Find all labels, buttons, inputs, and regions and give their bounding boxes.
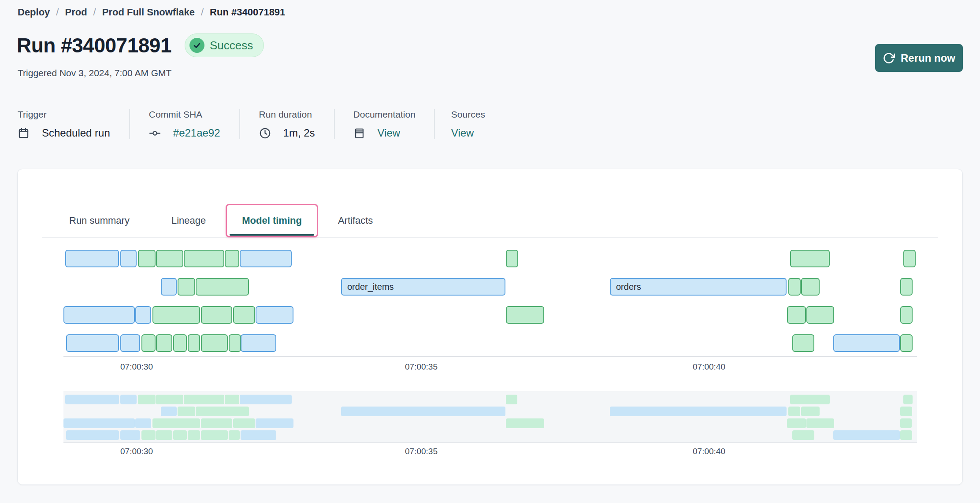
gantt-bar[interactable] bbox=[787, 306, 806, 324]
page-title: Run #340071891 bbox=[17, 33, 171, 57]
overview-bar bbox=[900, 418, 912, 428]
gantt-bar[interactable] bbox=[120, 250, 137, 267]
gantt-bar[interactable] bbox=[790, 250, 830, 267]
gantt-bar[interactable] bbox=[801, 278, 820, 296]
gantt-bar[interactable] bbox=[900, 278, 913, 296]
meta-sources-value-text[interactable]: View bbox=[451, 127, 474, 139]
gantt-bar[interactable] bbox=[506, 306, 544, 324]
refresh-icon bbox=[883, 52, 895, 64]
overview-axis-tick-07-00-40: 07:00:40 bbox=[693, 447, 725, 456]
tab-artifacts[interactable]: Artifacts bbox=[338, 204, 373, 237]
rerun-now-label: Rerun now bbox=[901, 52, 955, 64]
overview-bar bbox=[233, 418, 255, 428]
gantt-bar[interactable] bbox=[178, 278, 195, 296]
gantt-bar[interactable] bbox=[806, 306, 834, 324]
overview-bar bbox=[256, 418, 293, 428]
meta-value-sources: View bbox=[451, 127, 485, 139]
status-label: Success bbox=[210, 39, 253, 52]
meta-col-trigger: TriggerScheduled run bbox=[18, 109, 129, 139]
axis-tick-07-00-30: 07:00:30 bbox=[120, 362, 153, 372]
gantt-bar[interactable] bbox=[792, 334, 814, 352]
breadcrumb-item-deploy[interactable]: Deploy bbox=[18, 7, 50, 18]
gantt-bar-orders[interactable]: orders bbox=[610, 278, 787, 296]
gantt-bar[interactable] bbox=[201, 334, 228, 352]
overview-bar bbox=[120, 430, 140, 440]
overview-bar-order-items bbox=[341, 407, 505, 416]
breadcrumb-item-run-340071891: Run #340071891 bbox=[210, 7, 285, 18]
gantt-bar[interactable] bbox=[66, 334, 119, 352]
overview-bar bbox=[806, 418, 834, 428]
overview-bar bbox=[156, 395, 183, 404]
title-row: Run #340071891 Success bbox=[17, 33, 264, 57]
meta-value-commit-sha: #e21ae92 bbox=[149, 127, 220, 139]
overview-bar bbox=[184, 395, 224, 404]
overview-bar bbox=[156, 430, 172, 440]
gantt-bar[interactable] bbox=[120, 334, 140, 352]
gantt-bar[interactable] bbox=[156, 250, 183, 267]
breadcrumb-item-prod[interactable]: Prod bbox=[65, 7, 87, 18]
gantt-bar[interactable] bbox=[833, 334, 900, 352]
gantt-bar[interactable] bbox=[788, 278, 801, 296]
breadcrumb-separator: / bbox=[56, 7, 59, 18]
gantt-time-axis: 07:00:3007:00:3507:00:40 bbox=[63, 362, 917, 374]
status-badge: Success bbox=[185, 33, 264, 57]
gantt-bar[interactable] bbox=[156, 334, 172, 352]
overview-bar bbox=[229, 430, 240, 440]
clock-icon bbox=[259, 127, 277, 139]
gantt-bar[interactable] bbox=[900, 306, 913, 324]
gantt-bar[interactable] bbox=[135, 306, 151, 324]
overview-bar bbox=[225, 395, 239, 404]
run-detail-card: Run summaryLineageModel timingArtifacts … bbox=[17, 169, 963, 485]
gantt-bar[interactable] bbox=[225, 250, 239, 267]
overview-bar-orders bbox=[610, 407, 787, 416]
overview-bar bbox=[152, 418, 200, 428]
tab-run-summary[interactable]: Run summary bbox=[69, 204, 130, 237]
gantt-bar[interactable] bbox=[256, 306, 293, 324]
gantt-bar[interactable] bbox=[233, 306, 255, 324]
overview-bar bbox=[66, 430, 119, 440]
overview-bar bbox=[787, 418, 806, 428]
overview-axis-tick-07-00-35: 07:00:35 bbox=[405, 447, 438, 456]
run-meta-row: TriggerScheduled runCommit SHA#e21ae92Ru… bbox=[18, 109, 485, 139]
gantt-overview-brush[interactable] bbox=[63, 391, 917, 443]
gantt-bar[interactable] bbox=[240, 250, 292, 267]
gantt-bar[interactable] bbox=[506, 250, 518, 267]
gantt-bar[interactable] bbox=[63, 306, 135, 324]
gantt-bar[interactable] bbox=[161, 278, 177, 296]
gantt-bar[interactable] bbox=[229, 334, 241, 352]
overview-bar bbox=[120, 395, 137, 404]
rerun-now-button[interactable]: Rerun now bbox=[875, 44, 963, 72]
meta-commit-sha-value-text[interactable]: #e21ae92 bbox=[173, 127, 220, 139]
axis-tick-07-00-40: 07:00:40 bbox=[693, 362, 725, 372]
gantt-bar[interactable] bbox=[196, 278, 249, 296]
gantt-bar[interactable] bbox=[188, 334, 200, 352]
gantt-bar[interactable] bbox=[903, 250, 916, 267]
meta-col-run-duration: Run duration1m, 2s bbox=[239, 109, 334, 139]
gantt-bar[interactable] bbox=[900, 334, 913, 352]
overview-bar bbox=[65, 395, 119, 404]
gantt-bar-order-items[interactable]: order_items bbox=[341, 278, 505, 296]
overview-bar bbox=[900, 430, 912, 440]
overview-bar bbox=[196, 407, 249, 416]
gantt-bar[interactable] bbox=[241, 334, 276, 352]
tab-model-timing[interactable]: Model timing bbox=[242, 215, 302, 226]
overview-bar bbox=[833, 430, 900, 440]
tab-lineage[interactable]: Lineage bbox=[171, 204, 206, 237]
meta-value-documentation: View bbox=[353, 127, 416, 139]
run-detail-page: Deploy/Prod/Prod Full Snowflake/Run #340… bbox=[0, 0, 980, 503]
gantt-bar[interactable] bbox=[152, 306, 200, 324]
triggered-timestamp: Triggered Nov 3, 2024, 7:00 AM GMT bbox=[18, 68, 171, 78]
gantt-bar[interactable] bbox=[141, 334, 156, 352]
gantt-bar[interactable] bbox=[65, 250, 119, 267]
meta-documentation-value-text[interactable]: View bbox=[378, 127, 401, 139]
gantt-bar[interactable] bbox=[173, 334, 187, 352]
overview-axis-tick-07-00-30: 07:00:30 bbox=[120, 447, 153, 456]
gantt-bar[interactable] bbox=[138, 250, 156, 267]
gantt-bar[interactable] bbox=[201, 306, 232, 324]
overview-bar bbox=[506, 418, 544, 428]
meta-run-duration-value-text: 1m, 2s bbox=[283, 127, 315, 139]
overview-bar bbox=[141, 430, 156, 440]
breadcrumb-item-prod-full-snowflake[interactable]: Prod Full Snowflake bbox=[102, 7, 195, 18]
overview-time-axis: 07:00:3007:00:3507:00:40 bbox=[63, 447, 917, 458]
gantt-bar[interactable] bbox=[184, 250, 224, 267]
